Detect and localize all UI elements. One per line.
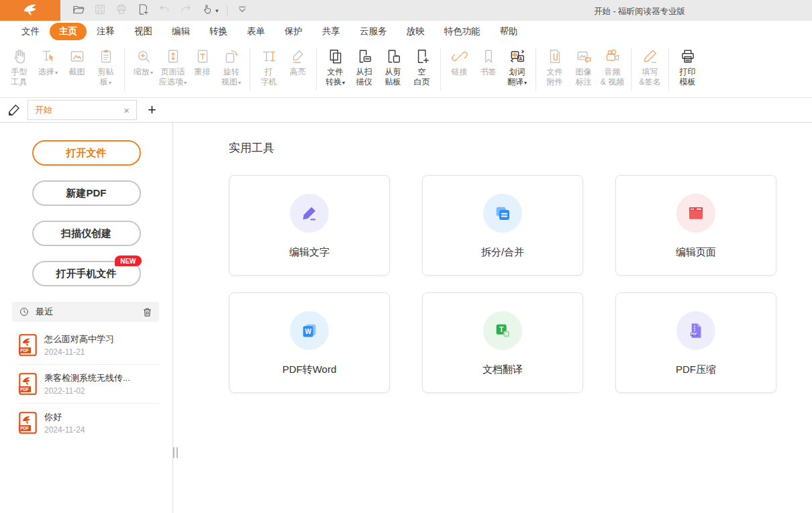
toolbar-separator bbox=[250, 48, 250, 91]
customize-toolbar-button[interactable] bbox=[236, 3, 249, 19]
toolbar-item-zoom[interactable]: 缩放▾ bbox=[129, 42, 158, 97]
toolbar-item-print-template[interactable]: 打印 模板 bbox=[673, 42, 702, 97]
recent-file-item[interactable]: PDF怎么面对高中学习2024-11-21 bbox=[19, 326, 159, 365]
splitter-handle[interactable] bbox=[172, 447, 179, 458]
menu-item-help[interactable]: 帮助 bbox=[491, 23, 527, 40]
toolbar-item-file-attachment[interactable]: 文件 附件 bbox=[540, 42, 569, 97]
tool-card-label: 编辑页面 bbox=[676, 246, 716, 259]
open-file-button[interactable] bbox=[72, 3, 85, 19]
close-icon[interactable]: × bbox=[123, 105, 130, 115]
sidebar-button-scanner-create[interactable]: 扫描仪创建 bbox=[32, 221, 141, 246]
folder-open-icon bbox=[72, 3, 85, 19]
chevron-down-icon: ▾ bbox=[150, 70, 153, 76]
toolbar-item-image-annotation[interactable]: 图像 标注 bbox=[569, 42, 598, 97]
hand-tool-button[interactable]: ▾ bbox=[201, 3, 219, 19]
tool-card-pdf-to-word[interactable]: WPDF转Word bbox=[229, 292, 390, 393]
toolbar-item-rotate-view[interactable]: 旋转 视图▾ bbox=[217, 42, 246, 97]
toolbar-item-label: 旋转 视图 bbox=[221, 67, 240, 87]
menu-item-form[interactable]: 表单 bbox=[238, 23, 274, 40]
toolbar-item-label: 打 字机 bbox=[261, 67, 277, 87]
sidebar-button-label: 打开文件 bbox=[66, 147, 107, 158]
tab-start[interactable]: 开始 × bbox=[28, 100, 137, 120]
new-tab-button[interactable]: + bbox=[148, 103, 156, 117]
toolbar-item-bookmark[interactable]: 书签 bbox=[474, 42, 503, 97]
menu-item-comment[interactable]: 注释 bbox=[87, 23, 124, 40]
toolbar-item-label: 重排 bbox=[195, 67, 211, 76]
tool-card-pdf-compress[interactable]: PDFPDF压缩 bbox=[615, 292, 776, 393]
recent-file-item[interactable]: PDF你好2024-11-24 bbox=[19, 404, 159, 442]
clock-icon bbox=[19, 306, 30, 317]
toolbar-item-text: 剪贴 板▾ bbox=[98, 67, 114, 88]
toolbar-item-reflow[interactable]: 重排 bbox=[188, 42, 217, 97]
toolbar-item-label: 文件 转换 bbox=[325, 67, 344, 87]
undo-button[interactable] bbox=[158, 3, 171, 19]
tabbar: 开始 × + bbox=[0, 98, 812, 123]
toolbar-item-text: 划词 翻译▾ bbox=[507, 67, 527, 88]
recent-file-date: 2024-11-24 bbox=[44, 425, 85, 435]
toolbar-item-word-translate[interactable]: 中A划词 翻译▾ bbox=[503, 42, 531, 97]
trash-icon[interactable] bbox=[142, 306, 153, 318]
toolbar-item-convert-files[interactable]: 文件 转换▾ bbox=[321, 42, 350, 97]
toolbar-item-fill-sign[interactable]: 填写 &签名 bbox=[636, 42, 664, 97]
menu-item-convert[interactable]: 转换 bbox=[200, 23, 237, 40]
tool-card-doc-translate[interactable]: T文档翻译 bbox=[422, 292, 583, 393]
sidebar-button-open-mobile-file[interactable]: 打开手机文件NEW bbox=[32, 261, 141, 286]
toolbar-item-text: 文件 转换▾ bbox=[325, 67, 345, 88]
tool-card-edit-text[interactable]: 编辑文字 bbox=[229, 175, 390, 276]
pdf-file-icon: PDF bbox=[19, 373, 37, 395]
toolbar-item-snapshot[interactable]: 截图 bbox=[62, 42, 91, 97]
menu-item-slideshow[interactable]: 放映 bbox=[397, 23, 434, 40]
create-pdf-button[interactable] bbox=[136, 3, 150, 19]
tool-card-split-merge[interactable]: 拆分/合并 bbox=[422, 175, 583, 276]
toolbar-item-page-fit-options[interactable]: 页面适 应选项▾ bbox=[158, 42, 188, 97]
svg-text:W: W bbox=[305, 328, 311, 335]
toolbar-item-text: 图像 标注 bbox=[576, 67, 592, 87]
chevron-down-icon: ▾ bbox=[342, 80, 345, 86]
toolbar-item-label: 文件 附件 bbox=[547, 67, 563, 87]
main-panel: 实用工具 编辑文字拆分/合并编辑页面WPDF转WordT文档翻译PDFPDF压缩 bbox=[173, 123, 812, 513]
toolbar-item-highlight[interactable]: 高亮 bbox=[283, 42, 312, 97]
menu-item-file[interactable]: 文件 bbox=[12, 23, 49, 40]
save-button[interactable] bbox=[93, 3, 107, 19]
toolbar-item-typewriter[interactable]: 打 字机 bbox=[254, 42, 283, 97]
menu-item-cloud[interactable]: 云服务 bbox=[350, 23, 397, 40]
toolbar-item-blank-page[interactable]: 空 白页 bbox=[407, 42, 436, 97]
chevron-down-icon: ▾ bbox=[524, 80, 527, 86]
menu-item-home[interactable]: 主页 bbox=[50, 23, 87, 40]
toolbar-separator bbox=[316, 48, 317, 91]
toolbar-group: 文件 转换▾从扫 描仪从剪 贴板空 白页 bbox=[319, 42, 438, 97]
audio-video-icon bbox=[604, 48, 621, 65]
svg-text:T: T bbox=[499, 325, 504, 333]
toolbar-item-from-clipboard[interactable]: 从剪 贴板 bbox=[378, 42, 407, 97]
print-button[interactable] bbox=[115, 3, 128, 19]
toolbar-item-select[interactable]: 选择▾ bbox=[34, 42, 62, 97]
recent-file-text: 你好2024-11-24 bbox=[44, 411, 85, 435]
menu-item-edit[interactable]: 编辑 bbox=[162, 23, 199, 40]
content: 打开文件新建PDF扫描仪创建打开手机文件NEW 最近 PDF怎么面对高中学习20… bbox=[0, 123, 812, 513]
sidebar-button-new-pdf[interactable]: 新建PDF bbox=[32, 180, 141, 206]
annotate-pencil-icon[interactable] bbox=[6, 102, 22, 118]
menu-item-features[interactable]: 特色功能 bbox=[435, 23, 490, 40]
toolbar-item-clipboard[interactable]: 剪贴 板▾ bbox=[91, 42, 120, 97]
sidebar-button-open-file[interactable]: 打开文件 bbox=[32, 140, 141, 166]
menu-item-view[interactable]: 视图 bbox=[125, 23, 162, 40]
recent-file-item[interactable]: PDF乘客检测系统无线传...2022-11-02 bbox=[19, 365, 159, 404]
redo-button[interactable] bbox=[179, 3, 193, 19]
toolbar-item-audio-video[interactable]: 音频 & 视频 bbox=[598, 42, 627, 97]
fill-sign-icon bbox=[642, 48, 659, 65]
toolbar-item-link[interactable]: 链接 bbox=[445, 42, 474, 97]
toolbar-item-text: 截图 bbox=[69, 67, 85, 77]
menu-item-protect[interactable]: 保护 bbox=[275, 23, 312, 40]
toolbar-item-hand-tool[interactable]: 手型 工具 bbox=[5, 42, 34, 97]
tool-card-edit-pages[interactable]: 编辑页面 bbox=[615, 175, 776, 276]
foxit-logo-button[interactable] bbox=[0, 0, 60, 21]
save-icon bbox=[93, 3, 107, 19]
menu-item-share[interactable]: 共享 bbox=[313, 23, 350, 40]
toolbar-group: 打 字机高亮 bbox=[252, 42, 314, 97]
toolbar-item-from-scanner[interactable]: 从扫 描仪 bbox=[350, 42, 378, 97]
toolbar-separator bbox=[668, 48, 669, 91]
toolbar-item-text: 打印 模板 bbox=[680, 67, 696, 87]
select-icon bbox=[40, 48, 57, 65]
print-template-icon bbox=[679, 48, 697, 65]
toolbar-item-label: 从剪 贴板 bbox=[385, 67, 401, 87]
